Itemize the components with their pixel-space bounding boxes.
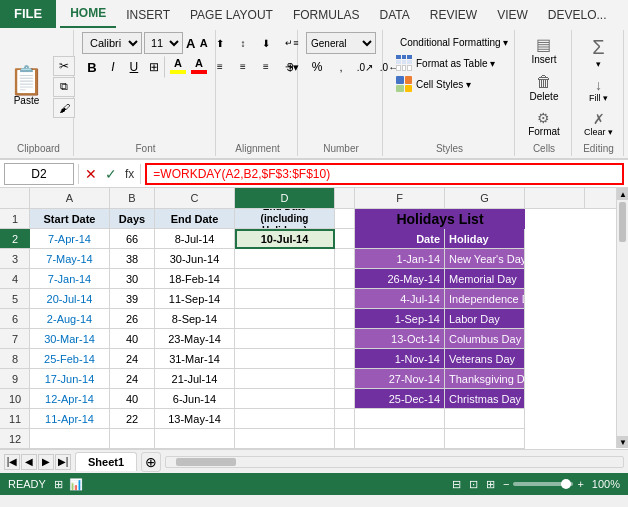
row-num-2[interactable]: 2 [0, 229, 30, 249]
cell-b2[interactable]: 66 [110, 229, 155, 249]
col-header-b[interactable]: B [110, 188, 155, 208]
cell-c1[interactable]: End Date [155, 209, 235, 229]
sheet-tab-sheet1[interactable]: Sheet1 [75, 452, 137, 471]
cell-a6[interactable]: 2-Aug-14 [30, 309, 110, 329]
cell-c3[interactable]: 30-Jun-14 [155, 249, 235, 269]
italic-button[interactable]: I [103, 56, 123, 78]
file-tab[interactable]: FILE [0, 0, 56, 28]
cell-e2[interactable] [335, 229, 355, 249]
cell-f12[interactable] [355, 429, 445, 449]
cell-c7[interactable]: 23-May-14 [155, 329, 235, 349]
cell-f1[interactable]: Holidays List [355, 209, 525, 229]
h-scroll-thumb[interactable] [176, 458, 236, 466]
cell-f5[interactable]: 4-Jul-14 [355, 289, 445, 309]
row-num-10[interactable]: 10 [0, 389, 30, 409]
fill-color-button[interactable]: A [168, 57, 188, 77]
currency-button[interactable]: $▾ [282, 56, 304, 78]
cell-a10[interactable]: 12-Apr-14 [30, 389, 110, 409]
align-center-button[interactable]: ≡ [232, 55, 254, 77]
cell-g4[interactable]: Memorial Day [445, 269, 525, 289]
cell-f3[interactable]: 1-Jan-14 [355, 249, 445, 269]
cell-e5[interactable] [335, 289, 355, 309]
scroll-track-v[interactable] [617, 200, 628, 436]
cell-c2[interactable]: 8-Jul-14 [155, 229, 235, 249]
tab-insert[interactable]: INSERT [116, 2, 180, 28]
cell-e10[interactable] [335, 389, 355, 409]
cut-button[interactable]: ✂ [53, 56, 75, 76]
align-top-button[interactable]: ⬆ [209, 32, 231, 54]
zoom-slider[interactable] [513, 482, 573, 486]
format-cells-button[interactable]: ⚙ Format [523, 107, 565, 140]
bold-button[interactable]: B [82, 56, 102, 78]
tab-develop[interactable]: DEVELO... [538, 2, 617, 28]
decrease-font-button[interactable]: A [198, 32, 209, 54]
cell-e8[interactable] [335, 349, 355, 369]
autosum-button[interactable]: Σ ▾ [588, 32, 608, 73]
cell-c5[interactable]: 11-Sep-14 [155, 289, 235, 309]
row-num-8[interactable]: 8 [0, 349, 30, 369]
cell-d3[interactable] [235, 249, 335, 269]
delete-cells-button[interactable]: 🗑 Delete [525, 70, 564, 105]
tab-prev-button[interactable]: ◀ [21, 454, 37, 470]
cell-a11[interactable]: 11-Apr-14 [30, 409, 110, 429]
col-header-f[interactable]: F [355, 188, 445, 208]
scroll-thumb-v[interactable] [619, 202, 626, 242]
confirm-formula-icon[interactable]: ✓ [103, 166, 119, 182]
row-num-1[interactable]: 1 [0, 209, 30, 229]
view-page-break-icon[interactable]: ⊞ [486, 478, 495, 491]
tab-last-button[interactable]: ▶| [55, 454, 71, 470]
format-as-table-button[interactable]: Format as Table ▾ [391, 53, 508, 73]
col-header-d[interactable]: D [235, 188, 335, 208]
row-num-7[interactable]: 7 [0, 329, 30, 349]
cell-b1[interactable]: Days [110, 209, 155, 229]
cell-e1[interactable] [335, 209, 355, 229]
cell-d9[interactable] [235, 369, 335, 389]
row-num-9[interactable]: 9 [0, 369, 30, 389]
cell-a5[interactable]: 20-Jul-14 [30, 289, 110, 309]
col-header-a[interactable]: A [30, 188, 110, 208]
cell-g6[interactable]: Labor Day [445, 309, 525, 329]
cell-f8[interactable]: 1-Nov-14 [355, 349, 445, 369]
view-normal-icon[interactable]: ⊟ [452, 478, 461, 491]
number-format-select[interactable]: General [306, 32, 376, 54]
row-num-6[interactable]: 6 [0, 309, 30, 329]
cell-c8[interactable]: 31-Mar-14 [155, 349, 235, 369]
cell-a1[interactable]: Start Date [30, 209, 110, 229]
tab-view[interactable]: VIEW [487, 2, 538, 28]
cell-d12[interactable] [235, 429, 335, 449]
increase-font-button[interactable]: A [185, 32, 196, 54]
cell-g11[interactable] [445, 409, 525, 429]
align-bottom-button[interactable]: ⬇ [255, 32, 277, 54]
tab-home[interactable]: HOME [60, 0, 116, 28]
tab-next-button[interactable]: ▶ [38, 454, 54, 470]
cell-b11[interactable]: 22 [110, 409, 155, 429]
cell-c11[interactable]: 13-May-14 [155, 409, 235, 429]
macro-icon[interactable]: 📊 [69, 478, 83, 491]
add-sheet-button[interactable]: ⊕ [141, 452, 161, 472]
scroll-up-button[interactable]: ▲ [617, 188, 628, 200]
cell-styles-button[interactable]: Cell Styles ▾ [391, 74, 508, 94]
tab-data[interactable]: DATA [370, 2, 420, 28]
cell-f9[interactable]: 27-Nov-14 [355, 369, 445, 389]
cell-g8[interactable]: Veterans Day [445, 349, 525, 369]
row-num-3[interactable]: 3 [0, 249, 30, 269]
cell-g10[interactable]: Christmas Day [445, 389, 525, 409]
vertical-scrollbar[interactable]: ▲ ▼ [616, 188, 628, 448]
cell-b10[interactable]: 40 [110, 389, 155, 409]
fill-button[interactable]: ↓ Fill ▾ [585, 73, 612, 107]
col-header-h[interactable] [525, 188, 585, 208]
cell-g12[interactable] [445, 429, 525, 449]
cell-e7[interactable] [335, 329, 355, 349]
cell-d7[interactable] [235, 329, 335, 349]
insert-cells-button[interactable]: ▤ Insert [526, 32, 561, 68]
clear-button[interactable]: ✗ Clear ▾ [580, 107, 617, 141]
scroll-down-button[interactable]: ▼ [617, 436, 628, 448]
tab-review[interactable]: REVIEW [420, 2, 487, 28]
zoom-in-icon[interactable]: + [577, 478, 583, 490]
border-button[interactable]: ⊞ [145, 56, 165, 78]
font-name-select[interactable]: Calibri [82, 32, 142, 54]
cell-d4[interactable] [235, 269, 335, 289]
cell-g3[interactable]: New Year's Day [445, 249, 525, 269]
cell-b7[interactable]: 40 [110, 329, 155, 349]
cell-d11[interactable] [235, 409, 335, 429]
